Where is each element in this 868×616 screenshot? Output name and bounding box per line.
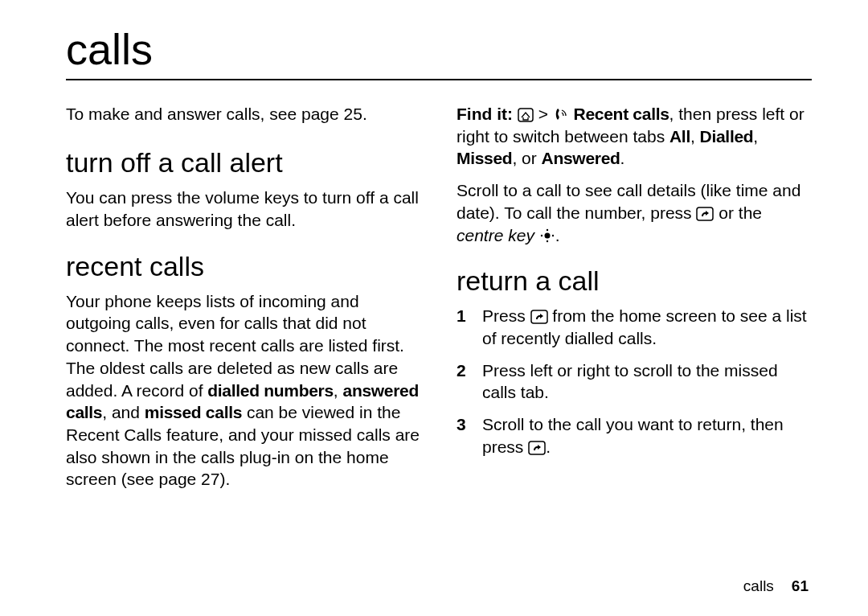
- step-text: Press left or right to scroll to the mis…: [482, 359, 812, 404]
- svg-point-4: [547, 240, 548, 241]
- left-column: To make and answer calls, see page 25. t…: [66, 103, 421, 500]
- footer-page-number: 61: [792, 577, 809, 594]
- step-number: 1: [457, 305, 471, 349]
- bold-recent-calls: Recent calls: [574, 105, 669, 123]
- send-key-icon: [530, 310, 548, 324]
- centre-key-text: centre key: [457, 226, 534, 244]
- send-key-icon: [696, 207, 714, 221]
- step-2: 2 Press left or right to scroll to the m…: [457, 359, 812, 404]
- page-title: calls: [66, 24, 812, 80]
- paragraph: Find it: > Recent calls, then press left…: [457, 103, 812, 170]
- centre-key-icon: [539, 228, 555, 244]
- step-number: 2: [457, 359, 471, 404]
- svg-point-2: [544, 232, 550, 238]
- tab-missed: Missed: [457, 149, 512, 167]
- manual-page: calls To make and answer calls, see page…: [0, 0, 868, 616]
- step-text: Scroll to the call you want to return, t…: [482, 413, 812, 458]
- intro-text: To make and answer calls, see page 25.: [66, 103, 421, 125]
- recent-calls-icon: [553, 106, 569, 122]
- page-footer: calls61: [743, 577, 809, 595]
- heading-recent-calls: recent calls: [66, 251, 421, 282]
- footer-section: calls: [743, 577, 774, 594]
- right-column: Find it: > Recent calls, then press left…: [457, 103, 812, 500]
- step-1: 1 Press from the home screen to see a li…: [457, 305, 812, 349]
- heading-return-call: return a call: [457, 265, 812, 297]
- tab-all: All: [669, 127, 690, 146]
- svg-point-5: [541, 234, 542, 236]
- paragraph: Your phone keeps lists of incoming and o…: [66, 290, 421, 491]
- send-key-icon: [528, 441, 546, 455]
- heading-turn-off-alert: turn off a call alert: [66, 147, 421, 179]
- paragraph: You can press the volume keys to turn of…: [66, 187, 421, 231]
- paragraph: Scroll to a call to see call details (li…: [457, 179, 812, 246]
- step-text: Press from the home screen to see a list…: [482, 305, 812, 349]
- find-it-label: Find it:: [457, 105, 513, 123]
- body-turn-off-alert: You can press the volume keys to turn of…: [66, 187, 421, 231]
- step-3: 3 Scroll to the call you want to return,…: [457, 413, 812, 458]
- two-column-layout: To make and answer calls, see page 25. t…: [66, 103, 812, 500]
- tab-answered: Answered: [542, 149, 620, 167]
- step-number: 3: [457, 413, 471, 458]
- svg-point-6: [552, 234, 554, 236]
- steps-list: 1 Press from the home screen to see a li…: [457, 305, 812, 458]
- body-recent-calls: Your phone keeps lists of incoming and o…: [66, 290, 421, 491]
- tab-dialled: Dialled: [700, 127, 754, 146]
- bold-dialled-numbers: dialled numbers: [207, 381, 334, 400]
- find-it-block: Find it: > Recent calls, then press left…: [457, 103, 812, 246]
- home-key-icon: [518, 108, 534, 122]
- bold-missed-calls: missed calls: [145, 403, 242, 421]
- svg-point-3: [547, 228, 548, 230]
